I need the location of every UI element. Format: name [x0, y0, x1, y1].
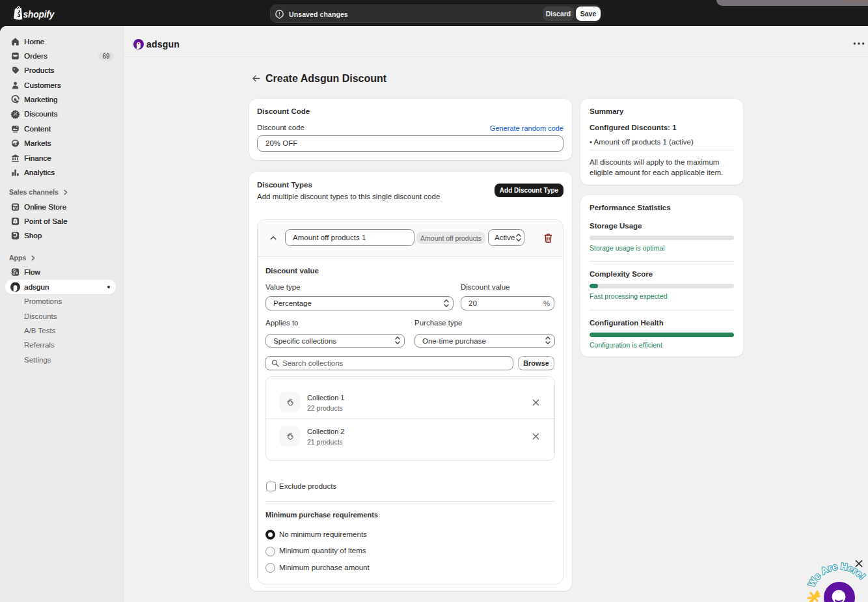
- svg-text:shopify: shopify: [23, 10, 55, 20]
- svg-text:$: $: [14, 142, 17, 146]
